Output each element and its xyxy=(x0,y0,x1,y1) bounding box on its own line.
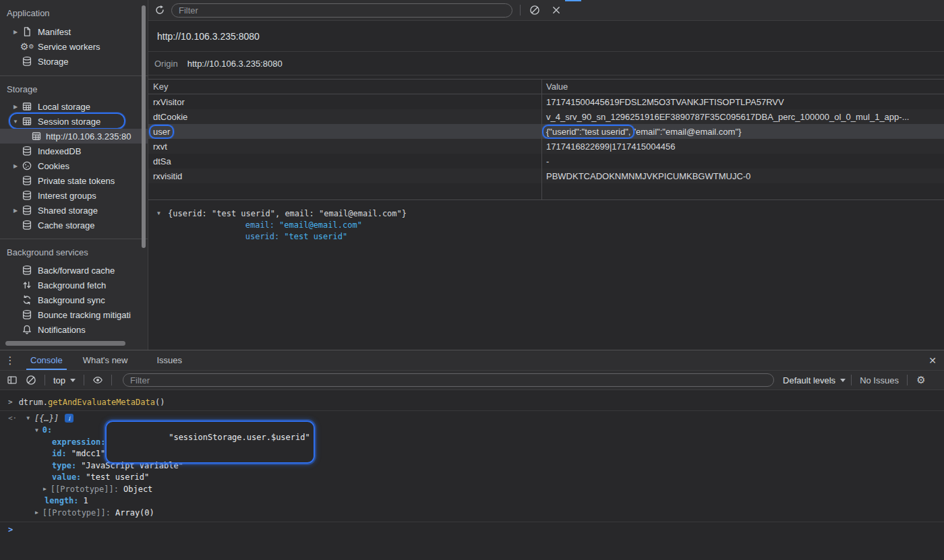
chevron-right-icon[interactable]: ▶ xyxy=(12,163,19,169)
database-icon xyxy=(22,175,32,186)
chevron-right-icon[interactable]: ▶ xyxy=(35,509,38,516)
sidebar-item-storage[interactable]: Storage xyxy=(0,54,148,69)
chevron-right-icon[interactable]: ▶ xyxy=(12,104,19,110)
toolbar-divider xyxy=(111,375,112,385)
table-icon xyxy=(22,101,32,112)
console-drawer: ⋮ Console What's new Issues ✕ top xyxy=(0,350,944,560)
toolbar-divider xyxy=(520,5,521,15)
console-prototype-array: ▶ [[Prototype]]: Array(0) xyxy=(0,507,944,519)
value-preview-pane: ▼ {userid: "test userid", email: "email@… xyxy=(148,199,944,350)
console-prop-type: type: "JavaScript Variable" xyxy=(0,460,944,472)
chevron-down-icon[interactable]: ▼ xyxy=(26,415,30,421)
table-row-user-selected[interactable]: user {"userid":"test userid", "email":"e… xyxy=(148,124,944,139)
session-storage-panel: http://10.106.3.235:8080 Origin http://1… xyxy=(148,0,944,350)
console-prompt[interactable]: > xyxy=(0,522,944,538)
sidebar-divider xyxy=(0,75,148,76)
console-prop-value: value: "test userid" xyxy=(0,472,944,484)
sidebar-item-service-workers[interactable]: ⚙⚙ Service workers xyxy=(0,39,148,54)
application-sidebar: Application ▶ Manifest ⚙⚙ Service worker… xyxy=(0,0,148,350)
up-down-arrows-icon xyxy=(22,280,32,290)
sidebar-item-indexeddb[interactable]: IndexedDB xyxy=(0,144,148,158)
preview-prop-value: "test userid" xyxy=(284,232,347,241)
storage-toolbar xyxy=(148,0,944,21)
cookie-icon xyxy=(22,160,32,171)
database-icon xyxy=(22,56,32,67)
top-accent-strip xyxy=(565,0,581,1)
sidebar-item-private-state-tokens[interactable]: Private state tokens xyxy=(0,173,148,188)
sidebar-vertical-scrollbar[interactable] xyxy=(142,5,146,248)
database-icon xyxy=(22,309,32,320)
sidebar-divider xyxy=(0,239,148,239)
chevron-down-icon[interactable]: ▼ xyxy=(35,427,38,433)
storage-origin-title: http://10.106.3.235:8080 xyxy=(148,21,944,52)
delete-selected-icon[interactable] xyxy=(548,1,565,19)
console-sidebar-toggle-icon[interactable] xyxy=(4,372,20,388)
database-icon xyxy=(22,220,32,230)
log-levels-selector[interactable]: Default levels xyxy=(783,375,846,385)
sidebar-item-cookies[interactable]: ▶ Cookies xyxy=(0,158,148,173)
bell-icon xyxy=(22,324,32,335)
column-header-key[interactable]: Key xyxy=(148,80,541,94)
sidebar-item-background-fetch[interactable]: Background fetch xyxy=(0,278,148,292)
tab-whats-new[interactable]: What's new xyxy=(79,350,132,370)
database-icon xyxy=(22,190,32,201)
tab-console[interactable]: Console xyxy=(26,350,67,370)
sidebar-item-background-sync[interactable]: Background sync xyxy=(0,292,148,307)
console-messages: > dtrum.getAndEvaluateMetaData() <· ▼ [{… xyxy=(0,390,944,560)
column-header-value[interactable]: Value xyxy=(541,80,944,94)
execution-context-selector[interactable]: top xyxy=(51,375,78,385)
console-length: length: 1 xyxy=(0,495,944,507)
clear-console-icon[interactable] xyxy=(23,372,39,388)
section-header-storage: Storage xyxy=(0,83,148,96)
toolbar-divider xyxy=(45,375,45,385)
live-expression-eye-icon[interactable] xyxy=(90,372,106,388)
table-header: Key Value xyxy=(148,79,944,94)
database-icon xyxy=(22,146,32,156)
sidebar-item-notifications[interactable]: Notifications xyxy=(0,322,148,337)
sidebar-horizontal-scrollbar[interactable] xyxy=(5,341,125,346)
console-prop-expression: expression: "sessionStorage.user.$userid… xyxy=(0,436,944,448)
issues-status[interactable]: No Issues xyxy=(860,375,899,385)
drawer-tabbar: ⋮ Console What's new Issues ✕ xyxy=(0,350,944,371)
table-row[interactable]: dtCookie v_4_srv_90_sn_1296251916EF38907… xyxy=(148,109,944,124)
database-icon xyxy=(22,205,32,216)
chevron-down-icon[interactable]: ▼ xyxy=(157,210,164,216)
sidebar-item-interest-groups[interactable]: Interest groups xyxy=(0,188,148,203)
section-header-background-services: Background services xyxy=(0,246,148,259)
console-prototype-object: ▶ [[Prototype]]: Object xyxy=(0,483,944,495)
table-row[interactable]: rxvisitid PBWDKTCADOKNMNMJVKPICUMKBGWTMU… xyxy=(148,168,944,183)
storage-items-table: Key Value rxVisitor 171741500445619FDSL2… xyxy=(148,75,944,199)
close-drawer-icon[interactable]: ✕ xyxy=(921,350,944,370)
clear-all-icon[interactable] xyxy=(526,1,543,19)
sidebar-item-session-storage[interactable]: ▼ Session storage xyxy=(0,114,148,129)
chevron-right-icon[interactable]: ▶ xyxy=(12,208,19,214)
console-toolbar: top Default levels No Issues ⚙ xyxy=(0,371,944,390)
prompt-chevron-icon: > xyxy=(8,525,13,534)
document-icon xyxy=(22,26,32,37)
console-settings-gear-icon[interactable]: ⚙ xyxy=(913,372,929,388)
sidebar-item-back-forward-cache[interactable]: Back/forward cache xyxy=(0,263,148,278)
sidebar-item-session-storage-origin[interactable]: http://10.106.3.235:80 xyxy=(0,129,148,144)
chevron-right-icon[interactable]: ▶ xyxy=(43,486,47,492)
tab-issues[interactable]: Issues xyxy=(153,350,187,370)
table-row[interactable]: rxVisitor 171741500445619FDSL2M5O3TVANKJ… xyxy=(148,94,944,109)
refresh-icon[interactable] xyxy=(151,1,169,19)
chevron-right-icon[interactable]: ▶ xyxy=(12,29,19,35)
console-filter-input[interactable] xyxy=(123,373,774,387)
chevron-down-icon[interactable]: ▼ xyxy=(12,119,19,125)
chevron-down-icon xyxy=(840,379,846,382)
sidebar-item-manifest[interactable]: ▶ Manifest xyxy=(0,24,148,39)
origin-label: Origin xyxy=(154,59,178,69)
sidebar-item-shared-storage[interactable]: ▶ Shared storage xyxy=(0,203,148,218)
info-icon[interactable]: i xyxy=(65,414,73,423)
sync-icon xyxy=(22,294,32,305)
storage-filter-input[interactable] xyxy=(171,3,512,18)
sidebar-item-local-storage[interactable]: ▶ Local storage xyxy=(0,99,148,114)
table-row[interactable]: rxvt 1717416822699|1717415004456 xyxy=(148,139,944,154)
returned-value-icon: <· xyxy=(8,414,17,423)
sidebar-item-bounce-tracking[interactable]: Bounce tracking mitigati xyxy=(0,307,148,322)
database-icon xyxy=(22,265,32,276)
table-row[interactable]: dtSa - xyxy=(148,154,944,168)
more-options-icon[interactable]: ⋮ xyxy=(0,350,20,370)
sidebar-item-cache-storage[interactable]: Cache storage xyxy=(0,218,148,232)
